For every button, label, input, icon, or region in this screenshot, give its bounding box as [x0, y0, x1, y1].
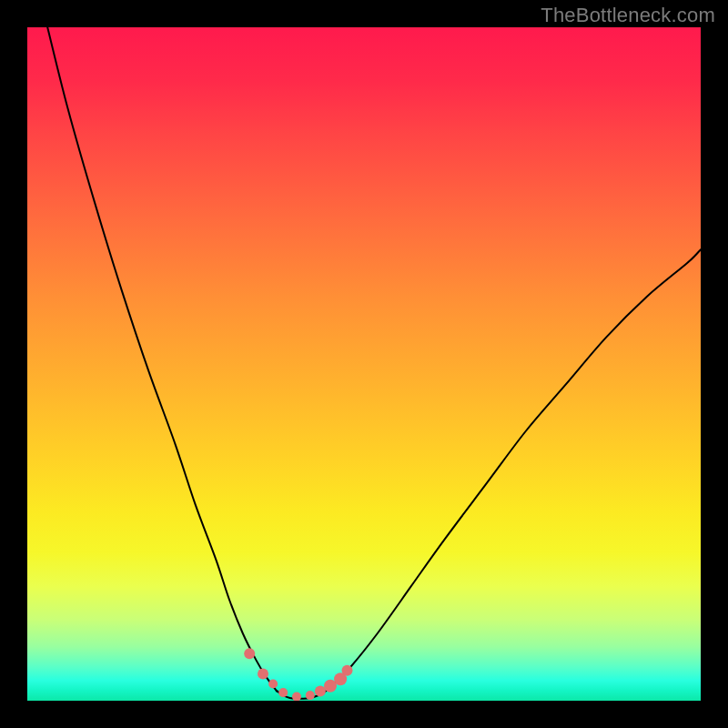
watermark-text: TheBottleneck.com [541, 4, 715, 27]
valley-marker [315, 686, 326, 697]
bottleneck-curve [47, 27, 701, 699]
valley-marker [306, 691, 315, 700]
chart-frame: TheBottleneck.com [0, 0, 728, 728]
plot-area [27, 27, 701, 701]
valley-marker [292, 693, 301, 701]
valley-markers [244, 648, 352, 701]
valley-marker [278, 688, 288, 697]
valley-marker [268, 680, 278, 689]
valley-marker [244, 648, 255, 659]
valley-marker [258, 668, 268, 679]
valley-marker [342, 665, 353, 676]
curve-svg [27, 27, 701, 701]
